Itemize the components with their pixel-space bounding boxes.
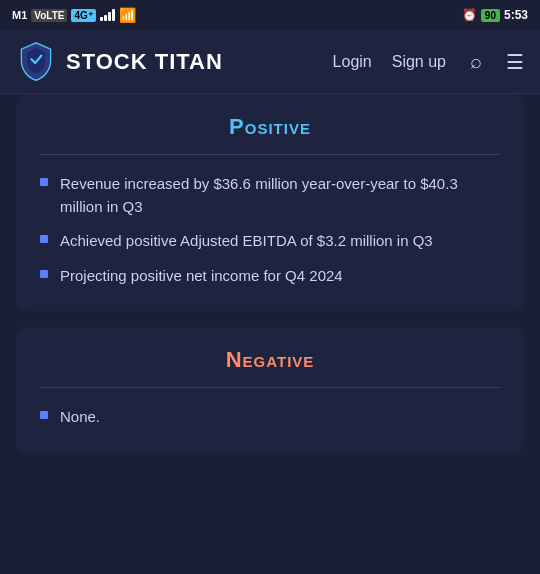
search-icon[interactable]: ⌕ <box>470 50 482 73</box>
status-bar: M1 VoLTE 4G⁺ 📶 ⏰ 90 5:53 <box>0 0 540 30</box>
wifi-icon: 📶 <box>119 7 136 23</box>
positive-card-title: Positive <box>40 114 500 140</box>
menu-icon[interactable]: ☰ <box>506 50 524 74</box>
carrier-label: M1 <box>12 9 27 21</box>
logo-text: STOCK TITAN <box>66 49 223 75</box>
negative-bullet-list: None. <box>40 406 500 429</box>
positive-bullet-list: Revenue increased by $36.6 million year-… <box>40 173 500 287</box>
bullet-icon <box>40 235 48 243</box>
negative-card-title: Negative <box>40 347 500 373</box>
positive-divider <box>40 154 500 155</box>
login-link[interactable]: Login <box>333 53 372 71</box>
navbar: STOCK TITAN Login Sign up ⌕ ☰ <box>0 30 540 94</box>
positive-card: Positive Revenue increased by $36.6 mill… <box>16 94 524 311</box>
positive-item-2: Achieved positive Adjusted EBITDA of $3.… <box>60 230 433 253</box>
logo-area: STOCK TITAN <box>16 41 333 83</box>
negative-card: Negative None. <box>16 327 524 453</box>
status-right: ⏰ 90 5:53 <box>462 8 528 22</box>
list-item: Revenue increased by $36.6 million year-… <box>40 173 500 218</box>
bullet-icon <box>40 178 48 186</box>
list-item: None. <box>40 406 500 429</box>
bullet-icon <box>40 411 48 419</box>
time-display: 5:53 <box>504 8 528 22</box>
signal-bars <box>100 9 115 21</box>
battery-level: 90 <box>481 9 500 22</box>
logo-icon <box>16 41 56 83</box>
network-type: VoLTE <box>31 9 67 22</box>
list-item: Projecting positive net income for Q4 20… <box>40 265 500 288</box>
positive-item-3: Projecting positive net income for Q4 20… <box>60 265 343 288</box>
status-left: M1 VoLTE 4G⁺ 📶 <box>12 7 136 23</box>
alarm-icon: ⏰ <box>462 8 477 22</box>
list-item: Achieved positive Adjusted EBITDA of $3.… <box>40 230 500 253</box>
bullet-icon <box>40 270 48 278</box>
negative-item-1: None. <box>60 406 100 429</box>
main-content: Positive Revenue increased by $36.6 mill… <box>0 94 540 574</box>
negative-divider <box>40 387 500 388</box>
signup-link[interactable]: Sign up <box>392 53 446 71</box>
network-gen: 4G⁺ <box>71 9 95 22</box>
positive-item-1: Revenue increased by $36.6 million year-… <box>60 173 500 218</box>
nav-links: Login Sign up ⌕ ☰ <box>333 50 524 74</box>
